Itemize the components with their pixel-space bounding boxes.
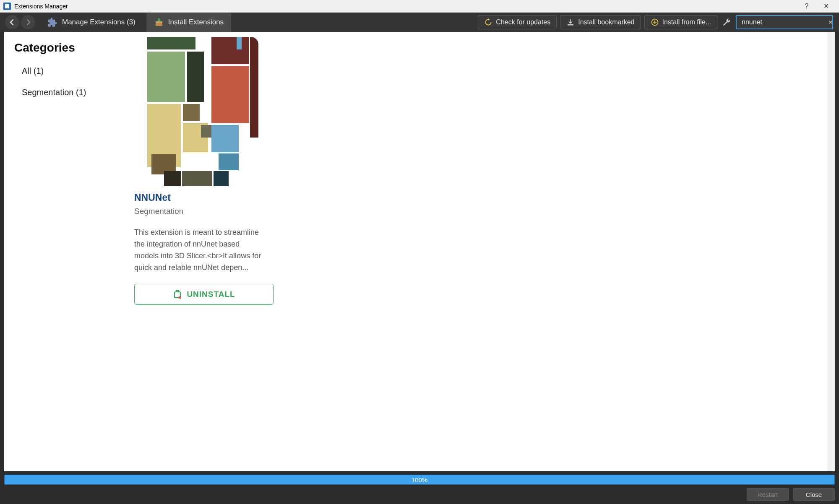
category-item-all[interactable]: All (1) [22,66,124,76]
clear-search-button[interactable]: ✕ [828,19,833,26]
category-item-segmentation[interactable]: Segmentation (1) [22,88,124,97]
extensions-grid: NNUNet Segmentation This extension is me… [134,32,835,471]
toolbar: Manage Extensions (3) Install Extensions… [0,13,839,32]
check-updates-button[interactable]: Check for updates [478,15,557,29]
tab-manage-extensions[interactable]: Manage Extensions (3) [39,13,143,32]
install-bookmarked-button[interactable]: Install bookmarked [560,15,641,29]
categories-title: Categories [14,41,124,55]
uninstall-icon [172,289,182,299]
footer-buttons: Restart Close [0,487,839,504]
extension-logo [139,37,269,184]
content-area: Categories All (1) Segmentation (1) [4,32,835,471]
search-input[interactable] [742,18,826,26]
button-label: Check for updates [496,18,550,26]
search-box[interactable]: ✕ [736,15,833,29]
progress-bar: 100% [4,475,835,485]
progress-row: 100% [4,475,835,485]
download-icon [566,18,575,26]
close-button[interactable]: Close [793,488,835,501]
plus-circle-icon [651,18,659,26]
back-button[interactable] [5,15,19,29]
refresh-icon [484,18,492,26]
extension-category: Segmentation [134,207,274,216]
app-icon [3,3,11,10]
tab-install-extensions[interactable]: Install Extensions [146,13,231,32]
install-from-file-button[interactable]: Install from file... [644,15,717,29]
window-close-button[interactable]: ✕ [816,0,836,13]
puzzle-icon [47,17,58,28]
extension-card: NNUNet Segmentation This extension is me… [134,37,274,305]
tab-label: Install Extensions [168,18,224,26]
vertical-scrollbar[interactable] [827,32,835,471]
wrench-icon [722,18,731,27]
arrow-left-icon [9,19,16,26]
uninstall-button[interactable]: UNINSTALL [134,284,274,305]
progress-text: 100% [412,476,427,483]
categories-sidebar: Categories All (1) Segmentation (1) [4,32,134,471]
uninstall-label: UNINSTALL [187,290,235,299]
button-label: Install from file... [662,18,711,26]
extension-name[interactable]: NNUNet [134,192,274,203]
help-button[interactable]: ? [797,0,816,13]
extension-description: This extension is meant to streamline th… [134,227,264,274]
button-label: Install bookmarked [578,18,634,26]
tab-label: Manage Extensions (3) [62,18,135,26]
titlebar: Extensions Manager ? ✕ [0,0,839,13]
window-title: Extensions Manager [14,3,68,10]
forward-button[interactable] [21,15,35,29]
arrow-right-icon [25,19,31,26]
restart-button[interactable]: Restart [747,488,789,501]
package-install-icon [154,17,164,27]
svg-rect-2 [568,24,573,26]
settings-button[interactable] [721,13,732,32]
